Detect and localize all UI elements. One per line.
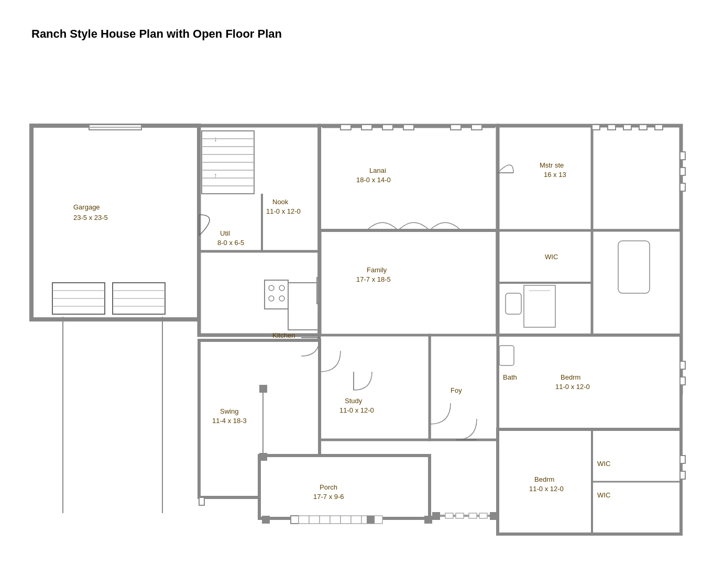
svg-rect-113 xyxy=(330,516,341,524)
svg-rect-139 xyxy=(680,183,685,191)
svg-rect-123 xyxy=(367,516,375,524)
svg-text:Swing: Swing xyxy=(220,407,238,415)
svg-text:Foy: Foy xyxy=(451,386,462,394)
svg-rect-51 xyxy=(341,125,351,130)
svg-rect-142 xyxy=(680,456,685,463)
svg-text:Kitchen: Kitchen xyxy=(272,331,295,339)
svg-text:Nook: Nook xyxy=(272,198,289,206)
svg-rect-112 xyxy=(320,516,330,524)
svg-text:Gargage: Gargage xyxy=(73,203,100,211)
svg-text:18-0 x 14-0: 18-0 x 14-0 xyxy=(356,176,391,184)
svg-text:↑: ↑ xyxy=(214,171,217,180)
svg-text:Mstr ste: Mstr ste xyxy=(540,161,564,169)
svg-text:Porch: Porch xyxy=(320,483,337,491)
svg-rect-77 xyxy=(498,335,681,429)
svg-rect-125 xyxy=(432,512,440,520)
svg-text:17-7 x 18-5: 17-7 x 18-5 xyxy=(356,275,391,283)
svg-rect-143 xyxy=(680,471,685,479)
svg-rect-120 xyxy=(259,453,267,461)
svg-text:Bedrm: Bedrm xyxy=(534,475,554,483)
svg-rect-54 xyxy=(403,125,414,130)
svg-rect-68 xyxy=(506,293,521,314)
svg-rect-141 xyxy=(680,377,685,385)
svg-rect-110 xyxy=(299,516,309,524)
svg-text:Bedrm: Bedrm xyxy=(561,373,580,381)
svg-text:WIC: WIC xyxy=(597,491,610,499)
svg-text:Study: Study xyxy=(345,397,363,405)
svg-rect-111 xyxy=(309,516,320,524)
svg-rect-134 xyxy=(623,125,631,130)
svg-rect-132 xyxy=(592,125,600,130)
svg-rect-118 xyxy=(424,516,432,524)
svg-rect-34 xyxy=(265,280,288,309)
svg-text:11-0 x 12-0: 11-0 x 12-0 xyxy=(266,207,301,215)
svg-rect-115 xyxy=(351,516,361,524)
svg-text:Lanai: Lanai xyxy=(369,167,386,174)
svg-rect-107 xyxy=(262,516,270,524)
svg-text:16 x 13: 16 x 13 xyxy=(544,171,566,179)
svg-rect-128 xyxy=(445,513,453,518)
svg-rect-144 xyxy=(199,497,204,505)
svg-text:11-0 x 12-0: 11-0 x 12-0 xyxy=(339,406,374,414)
svg-text:WIC: WIC xyxy=(545,253,558,261)
svg-rect-85 xyxy=(430,335,498,440)
svg-rect-69 xyxy=(524,285,555,327)
svg-rect-140 xyxy=(680,361,685,369)
svg-rect-109 xyxy=(291,516,299,524)
svg-rect-89 xyxy=(320,335,430,440)
svg-rect-136 xyxy=(655,125,663,130)
svg-rect-138 xyxy=(680,168,685,175)
svg-text:8-0 x 6-5: 8-0 x 6-5 xyxy=(217,239,244,247)
svg-rect-133 xyxy=(608,125,616,130)
svg-text:11-4 x 18-3: 11-4 x 18-3 xyxy=(212,417,247,425)
svg-text:17-7 x 9-6: 17-7 x 9-6 xyxy=(313,493,344,501)
svg-rect-126 xyxy=(490,512,498,520)
svg-rect-130 xyxy=(469,513,477,518)
svg-rect-47 xyxy=(320,126,498,230)
svg-rect-137 xyxy=(680,152,685,160)
svg-rect-129 xyxy=(456,513,464,518)
svg-rect-135 xyxy=(639,125,647,130)
svg-text:Bath: Bath xyxy=(503,373,517,381)
svg-rect-122 xyxy=(259,385,267,393)
svg-rect-55 xyxy=(451,125,461,130)
svg-rect-82 xyxy=(499,346,514,365)
svg-text:Family: Family xyxy=(367,266,387,274)
svg-rect-131 xyxy=(479,513,487,518)
page-title: Ranch Style House Plan with Open Floor P… xyxy=(31,27,282,41)
floor-plan-container: Gargage 23-5 x 23-5 ↓ ↑ Util 8-0 x 6-5 N… xyxy=(21,58,692,571)
svg-rect-56 xyxy=(471,125,482,130)
svg-text:Util: Util xyxy=(220,229,230,237)
svg-text:23-5 x 23-5: 23-5 x 23-5 xyxy=(73,214,108,221)
svg-rect-53 xyxy=(382,125,393,130)
svg-text:11-0 x 12-0: 11-0 x 12-0 xyxy=(529,485,564,493)
svg-rect-33 xyxy=(288,283,320,330)
svg-rect-114 xyxy=(341,516,351,524)
svg-rect-74 xyxy=(618,241,650,293)
svg-text:WIC: WIC xyxy=(597,460,610,468)
svg-text:11-0 x 12-0: 11-0 x 12-0 xyxy=(555,383,590,391)
svg-text:↓: ↓ xyxy=(214,135,217,143)
svg-rect-104 xyxy=(259,456,430,518)
svg-rect-52 xyxy=(361,125,372,130)
